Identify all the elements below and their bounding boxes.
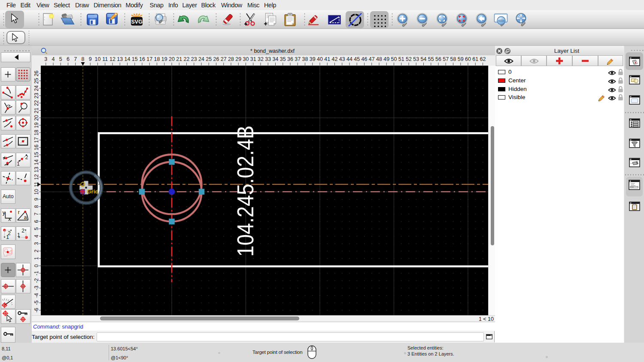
svg-text:a: a xyxy=(24,214,27,220)
svg-text:-5: -5 xyxy=(33,300,39,305)
svg-text:6: 6 xyxy=(33,220,39,223)
svg-text:49: 49 xyxy=(383,56,389,62)
svg-text:28: 28 xyxy=(228,56,234,62)
svg-text:21: 21 xyxy=(176,56,182,62)
svg-text:58: 58 xyxy=(450,56,456,62)
svg-text:43: 43 xyxy=(339,56,345,62)
svg-text:18: 18 xyxy=(154,56,160,62)
svg-text:17: 17 xyxy=(146,56,152,62)
svg-text:19: 19 xyxy=(161,56,167,62)
svg-text:3: 3 xyxy=(33,242,39,245)
svg-text:7: 7 xyxy=(74,56,77,62)
svg-text:42: 42 xyxy=(332,56,338,62)
svg-text:18: 18 xyxy=(33,130,39,136)
svg-text:24: 24 xyxy=(33,85,39,91)
svg-text:29: 29 xyxy=(235,56,241,62)
svg-text:48: 48 xyxy=(376,56,382,62)
svg-text:104.245.02.4B: 104.245.02.4B xyxy=(232,126,258,257)
svg-text:22: 22 xyxy=(184,56,190,62)
svg-text:2: 2 xyxy=(33,250,39,253)
svg-text:2: 2 xyxy=(8,230,11,236)
svg-text:16: 16 xyxy=(33,145,39,151)
svg-text:16: 16 xyxy=(139,56,145,62)
svg-text:50: 50 xyxy=(391,56,397,62)
svg-text:6: 6 xyxy=(67,56,70,62)
svg-text:7: 7 xyxy=(33,212,39,215)
svg-text:4: 4 xyxy=(52,56,55,62)
svg-text:17: 17 xyxy=(33,137,39,143)
svg-text:14: 14 xyxy=(125,56,131,62)
svg-text:41: 41 xyxy=(324,56,330,62)
svg-text:-2: -2 xyxy=(33,278,39,283)
svg-text:23: 23 xyxy=(191,56,197,62)
svg-text:SVG: SVG xyxy=(131,19,142,25)
svg-text:1: 1 xyxy=(33,257,39,260)
svg-text:25: 25 xyxy=(33,78,39,84)
svg-text:27: 27 xyxy=(221,56,227,62)
svg-text:32: 32 xyxy=(258,56,264,62)
svg-text:Grid: Grid xyxy=(87,188,99,195)
svg-text:53: 53 xyxy=(413,56,419,62)
svg-text:57: 57 xyxy=(443,56,449,62)
svg-text:39: 39 xyxy=(310,56,316,62)
svg-text:35: 35 xyxy=(280,56,286,62)
svg-text:38: 38 xyxy=(302,56,308,62)
svg-text:20: 20 xyxy=(169,56,175,62)
svg-text:0: 0 xyxy=(33,264,39,267)
svg-text:34: 34 xyxy=(273,56,279,62)
svg-text:51: 51 xyxy=(398,56,404,62)
svg-text:10: 10 xyxy=(95,56,101,62)
svg-text:12: 12 xyxy=(33,174,39,180)
svg-text:46: 46 xyxy=(361,56,368,62)
svg-text:x: x xyxy=(8,216,11,222)
svg-text:19: 19 xyxy=(33,122,39,128)
svg-text:33: 33 xyxy=(265,56,271,62)
svg-text:3: 3 xyxy=(44,56,47,62)
svg-text:14: 14 xyxy=(33,159,39,165)
svg-text:13: 13 xyxy=(117,56,123,62)
svg-text:60: 60 xyxy=(465,56,471,62)
svg-text:47: 47 xyxy=(369,56,375,62)
svg-text:36: 36 xyxy=(287,56,293,62)
svg-text:15: 15 xyxy=(33,152,39,158)
svg-text:25: 25 xyxy=(206,56,212,62)
svg-text:-3: -3 xyxy=(33,286,39,290)
svg-text:2: 2 xyxy=(21,228,24,234)
svg-text:20: 20 xyxy=(33,115,39,121)
svg-text:37: 37 xyxy=(295,56,301,62)
svg-text:55: 55 xyxy=(428,56,434,62)
svg-text:52: 52 xyxy=(406,56,412,62)
svg-text:31: 31 xyxy=(250,56,256,62)
svg-text:62: 62 xyxy=(480,56,486,62)
svg-text:26: 26 xyxy=(213,56,219,62)
svg-text:9: 9 xyxy=(89,56,92,62)
svg-text:54: 54 xyxy=(421,56,427,62)
svg-text:8: 8 xyxy=(33,205,39,208)
svg-text:30: 30 xyxy=(243,56,249,62)
svg-text:12: 12 xyxy=(109,56,115,62)
svg-text:22: 22 xyxy=(33,100,39,106)
svg-text:4: 4 xyxy=(33,235,39,238)
svg-text:11: 11 xyxy=(102,56,108,62)
svg-text:-4: -4 xyxy=(33,293,39,298)
svg-text:1: 1 xyxy=(17,232,20,238)
svg-text:5: 5 xyxy=(33,227,39,230)
svg-text:8: 8 xyxy=(82,56,85,62)
svg-text:26: 26 xyxy=(33,70,39,76)
svg-text:r: r xyxy=(18,209,20,215)
svg-text:21: 21 xyxy=(33,108,39,114)
svg-text:13: 13 xyxy=(33,167,39,173)
svg-text:9: 9 xyxy=(33,198,39,201)
svg-text:-6: -6 xyxy=(33,308,39,313)
svg-text:1: 1 xyxy=(17,161,20,166)
svg-text:40: 40 xyxy=(317,56,323,62)
svg-text:45: 45 xyxy=(354,56,360,62)
svg-text:56: 56 xyxy=(435,56,441,62)
svg-text:44: 44 xyxy=(346,56,352,62)
svg-text:24: 24 xyxy=(198,56,204,62)
svg-text:-1: -1 xyxy=(33,271,39,275)
svg-text:61: 61 xyxy=(472,56,478,62)
svg-text:59: 59 xyxy=(458,56,464,62)
svg-text:10: 10 xyxy=(33,189,39,195)
svg-text:15: 15 xyxy=(132,56,138,62)
